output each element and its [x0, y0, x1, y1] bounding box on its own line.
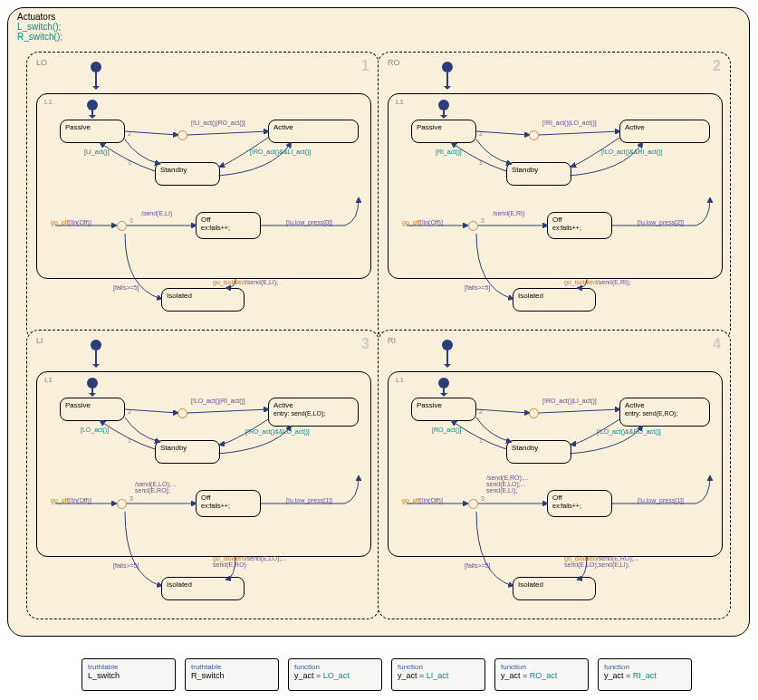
guard-top: [!LO_act()|RI_act()]: [191, 398, 245, 404]
junction-icon: [529, 130, 539, 140]
box-body: y_act = LI_act: [398, 671, 479, 680]
guard-fails: [fails>=5]: [113, 562, 139, 569]
junction-num: 1: [479, 159, 483, 166]
action-go-isolated: go_isolated/send(E,LO);... send(E,RO): [213, 555, 286, 568]
initial-marker-icon: [438, 378, 449, 388]
inner-state-l1: L1 Passive Active entry: send(E,LO); Sta…: [36, 371, 371, 557]
initial-marker-icon: [91, 62, 101, 72]
quad-number: 2: [713, 58, 721, 74]
junction-num: 2: [128, 130, 131, 137]
inner-state-l1: L1 Passive Active Standby Off ex:fails++…: [36, 93, 371, 279]
box-header: truthtable: [191, 663, 273, 671]
inner-label: L1: [44, 376, 53, 384]
inner-label: L1: [396, 376, 404, 384]
state-off: Off ex:fails++;: [196, 212, 261, 239]
action-send: /send(E,LI): [141, 210, 172, 216]
truthtable-l-switch: truthtable L_switch: [82, 658, 176, 691]
quad-label: LO: [36, 58, 47, 67]
inner-state-l1: L1 Passive Active entry: send(E,RO); Sta…: [388, 371, 723, 557]
state-standby: Standby: [506, 162, 571, 186]
guard-right: [!LO_act()&&RI_act()]: [601, 149, 662, 155]
junction-icon: [178, 130, 187, 140]
initial-arrow: [443, 388, 445, 396]
guard-left: [RO_act()]: [432, 427, 461, 433]
box-body: y_act = RO_act: [501, 671, 582, 680]
junction-num: 2: [479, 130, 483, 137]
state-off: Off ex:fails++;: [547, 490, 612, 517]
state-isolated: Isolated: [513, 288, 596, 312]
guard-top: [!LI_act()|RO_act()]: [191, 120, 245, 126]
quadrant-ro: RO 2 L1 Passive Active Standby Off ex:fa…: [378, 52, 731, 341]
action-go-isolated: go_isolated/send(E,RI);: [564, 279, 630, 285]
junction-num: 3: [130, 217, 133, 224]
action-send: /send(E,RI): [493, 210, 524, 216]
quadrant-lo: LO 1 L1 Passive Active Standby Off ex:fa…: [26, 52, 379, 341]
initial-arrow: [95, 72, 97, 89]
guard-low-press: [!u.low_press[1]]: [638, 497, 684, 503]
quad-number: 3: [361, 336, 369, 352]
box-header: function: [294, 663, 376, 671]
state-passive: Passive: [411, 398, 476, 421]
initial-marker-icon: [87, 378, 98, 388]
action-send: /send(E,RO);... send(E,LO);... send(E,LI…: [486, 475, 529, 494]
initial-arrow: [446, 72, 448, 89]
guard-go-off: go_off[!In(Off)]: [51, 219, 91, 225]
chart-title: Actuators L_switch(); R_switch();: [17, 12, 62, 42]
guard-low-press: [!u.low_press[2]]: [638, 219, 684, 225]
guard-left: [LO_act()]: [81, 427, 109, 433]
inner-state-l1: L1 Passive Active Standby Off ex:fails++…: [388, 93, 723, 279]
guard-top: [!RO_act()|LI_act()]: [542, 398, 597, 404]
initial-marker-icon: [438, 100, 449, 110]
box-header: truthtable: [88, 663, 169, 671]
state-standby: Standby: [506, 440, 571, 464]
quadrant-li: LI 3 L1 Passive Active entry: send(E,LO)…: [26, 330, 379, 619]
junction-num: 3: [481, 495, 485, 502]
initial-marker-icon: [442, 340, 453, 350]
quad-number: 1: [361, 58, 369, 74]
guard-right: [!LO_act()&&RO_act()]: [597, 428, 661, 435]
state-off: Off ex:fails++;: [196, 490, 261, 517]
truthtable-r-switch: truthtable R_switch: [185, 658, 279, 691]
initial-marker-icon: [87, 100, 98, 110]
inner-label: L1: [396, 98, 404, 106]
junction-num: 3: [481, 217, 485, 224]
state-active: Active: [619, 120, 710, 143]
guard-low-press: [!u.low_press[0]]: [286, 219, 332, 225]
quad-label: RI: [388, 336, 396, 345]
function-ri-act: function y_act = RI_act: [598, 658, 692, 691]
state-active: Active entry: send(E,RO);: [619, 398, 710, 427]
guard-fails: [fails>=5]: [465, 562, 490, 569]
fn-l-switch: L_switch();: [17, 22, 62, 32]
actuators-chart: Actuators L_switch(); R_switch(); LO 1 L…: [7, 7, 750, 637]
action-go-isolated: go_isolated/send(E,LI);: [213, 279, 278, 285]
quad-label: RO: [388, 58, 400, 67]
junction-icon: [117, 221, 127, 231]
guard-fails: [fails>=5]: [465, 284, 490, 291]
junction-icon: [117, 499, 127, 509]
state-passive: Passive: [60, 120, 125, 143]
junction-num: 3: [130, 495, 133, 502]
box-body: y_act = LO_act: [294, 671, 376, 680]
state-standby: Standby: [155, 440, 220, 464]
guard-low-press: [!u.low_press[1]]: [286, 497, 332, 503]
initial-arrow: [443, 110, 445, 118]
junction-num: 1: [479, 437, 483, 444]
title-text: Actuators: [17, 12, 62, 22]
guard-left: [LI_act()]: [84, 149, 110, 155]
state-isolated: Isolated: [161, 288, 245, 312]
state-off: Off ex:fails++;: [547, 212, 612, 239]
state-active: Active entry: send(E,LO);: [268, 398, 359, 427]
state-standby: Standby: [155, 162, 220, 186]
initial-marker-icon: [442, 62, 453, 72]
state-isolated: Isolated: [161, 577, 245, 600]
initial-marker-icon: [91, 340, 101, 350]
junction-icon: [529, 408, 539, 418]
function-lo-act: function y_act = LO_act: [288, 658, 382, 691]
state-active: Active: [268, 120, 359, 143]
junction-icon: [178, 408, 187, 418]
action-send: /send(E,LO);... send(E,RO);: [135, 481, 177, 494]
quad-label: LI: [36, 336, 43, 345]
box-body: R_switch: [191, 671, 273, 680]
guard-fails: [fails>=5]: [113, 284, 139, 291]
guard-go-off: go_off[!In(Off)]: [402, 497, 443, 503]
